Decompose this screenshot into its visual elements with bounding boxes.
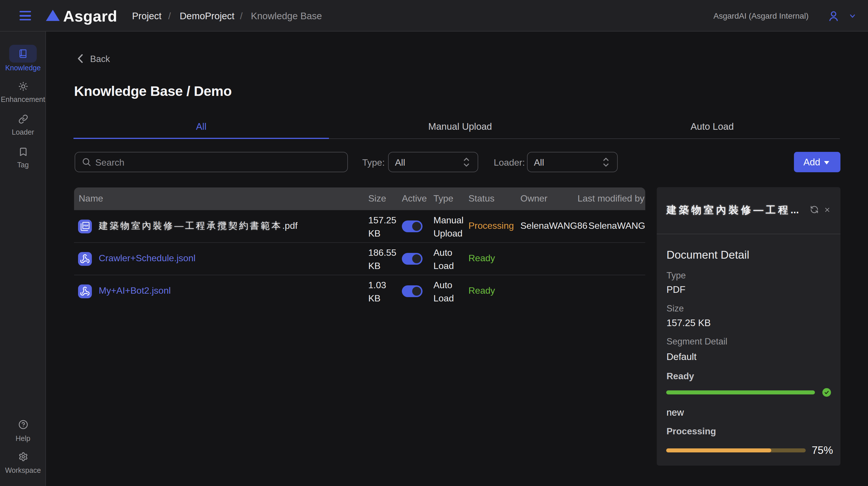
svg-text:PDF: PDF <box>84 224 89 227</box>
